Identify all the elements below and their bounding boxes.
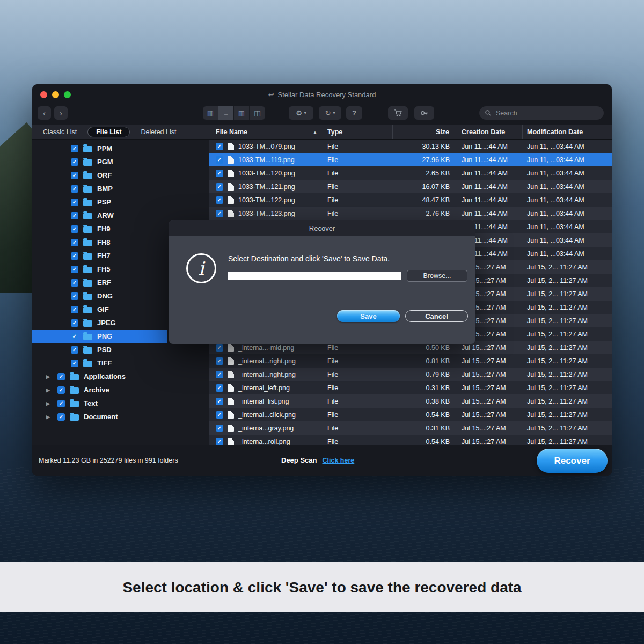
tab-file-list[interactable]: File List (87, 127, 130, 137)
buy-button[interactable] (388, 106, 408, 120)
checkbox-checked[interactable]: ✓ (216, 425, 223, 432)
chevron-right-icon[interactable]: ▶ (46, 374, 53, 379)
table-row[interactable]: ✓_internal_left.pngFile0.31 KBJul 15...:… (209, 381, 612, 394)
checkbox-checked[interactable]: ✓ (71, 346, 78, 354)
checkbox-checked[interactable]: ✓ (71, 319, 78, 327)
checkbox-checked[interactable]: ✓ (71, 185, 78, 193)
checkbox-checked[interactable]: ✓ (71, 292, 78, 300)
table-row[interactable]: ✓1033-TM...120.pngFile2.65 KBJun 11...:4… (209, 166, 612, 180)
column-header-type[interactable]: Type (323, 125, 393, 139)
sidebar-item-archive[interactable]: ▶✓Archive (32, 383, 167, 397)
recover-button[interactable]: Recover (537, 449, 608, 473)
column-header-size[interactable]: Size (393, 125, 457, 139)
table-row[interactable]: ✓_interna...roll.pngFile0.54 KBJul 15...… (209, 435, 612, 445)
search-input[interactable] (495, 109, 598, 118)
checkbox-checked[interactable]: ✓ (216, 196, 223, 204)
table-row[interactable]: ✓_internal_list.pngFile0.38 KBJul 15...:… (209, 394, 612, 408)
nav-forward-button[interactable]: › (54, 106, 68, 120)
tab-deleted-list[interactable]: Deleted List (141, 128, 176, 136)
sidebar-item-orf[interactable]: ✓ORF (32, 169, 167, 182)
sidebar-item-applications[interactable]: ▶✓Applications (32, 370, 167, 383)
chevron-right-icon[interactable]: ▶ (46, 387, 53, 393)
checkbox-checked[interactable]: ✓ (57, 386, 65, 394)
tab-classic-list[interactable]: Classic List (43, 128, 77, 136)
checkbox-checked[interactable]: ✓ (71, 212, 78, 219)
table-row[interactable]: ✓_internal...right.pngFile0.81 KBJul 15.… (209, 354, 612, 368)
checkbox-checked[interactable]: ✓ (216, 156, 223, 164)
column-header-creation-date[interactable]: Creation Date (457, 125, 523, 139)
checkbox-checked[interactable]: ✓ (71, 252, 78, 260)
deep-scan-link[interactable]: Click here (322, 457, 354, 464)
save-button[interactable]: Save (337, 310, 400, 322)
cancel-button[interactable]: Cancel (405, 310, 468, 322)
column-view-button[interactable]: ▥ (234, 106, 250, 120)
checkbox-checked[interactable]: ✓ (216, 344, 223, 352)
destination-path-input[interactable] (228, 272, 401, 280)
checkbox-checked[interactable]: ✓ (71, 225, 78, 233)
checkbox-checked[interactable]: ✓ (71, 266, 78, 273)
checkbox-checked[interactable]: ✓ (57, 400, 65, 407)
checkbox-checked[interactable]: ✓ (216, 170, 223, 177)
sidebar-item-fh9[interactable]: ✓FH9 (32, 222, 167, 236)
checkbox-checked[interactable]: ✓ (71, 172, 78, 179)
sidebar-item-pgm[interactable]: ✓PGM (32, 155, 167, 169)
close-window-button[interactable] (40, 91, 47, 98)
chevron-right-icon[interactable]: ▶ (46, 414, 53, 420)
checkbox-checked[interactable]: ✓ (216, 411, 223, 419)
checkbox-checked[interactable]: ✓ (71, 279, 78, 287)
checkbox-checked[interactable]: ✓ (71, 333, 78, 340)
checkbox-checked[interactable]: ✓ (216, 210, 223, 217)
checkbox-checked[interactable]: ✓ (71, 199, 78, 206)
checkbox-checked[interactable]: ✓ (216, 371, 223, 378)
list-view-button[interactable]: ≡ (218, 106, 234, 120)
sidebar-item-dng[interactable]: ✓DNG (32, 289, 167, 303)
table-row[interactable]: ✓_interna...gray.pngFile0.31 KBJul 15...… (209, 421, 612, 435)
sidebar-item-erf[interactable]: ✓ERF (32, 276, 167, 289)
minimize-window-button[interactable] (52, 91, 59, 98)
checkbox-checked[interactable]: ✓ (71, 239, 78, 246)
sidebar-item-text[interactable]: ▶✓Text (32, 397, 167, 410)
checkbox-checked[interactable]: ✓ (216, 384, 223, 392)
help-button[interactable]: ? (346, 106, 362, 120)
sidebar-item-ppm[interactable]: ✓PPM (32, 142, 167, 155)
column-header-file-name[interactable]: File Name ▲ (209, 125, 323, 139)
sidebar-item-document[interactable]: ▶✓Document (32, 410, 167, 423)
activation-button[interactable] (414, 106, 434, 120)
table-row[interactable]: ✓1033-TM...122.pngFile48.47 KBJun 11...:… (209, 193, 612, 207)
grid-view-button[interactable]: ▦ (203, 106, 218, 120)
checkbox-checked[interactable]: ✓ (216, 438, 223, 445)
sidebar-item-fh5[interactable]: ✓FH5 (32, 262, 167, 276)
column-header-modification-date[interactable]: Modification Date (523, 125, 612, 139)
settings-button[interactable]: ⚙ ▾ (289, 106, 313, 120)
chevron-right-icon[interactable]: ▶ (46, 401, 53, 406)
sidebar-item-psd[interactable]: ✓PSD (32, 343, 167, 356)
browse-button[interactable]: Browse... (407, 270, 467, 282)
checkbox-checked[interactable]: ✓ (71, 145, 78, 152)
checkbox-checked[interactable]: ✓ (71, 360, 78, 367)
table-row[interactable]: ✓_internal...right.pngFile0.79 KBJul 15.… (209, 368, 612, 381)
sidebar-item-bmp[interactable]: ✓BMP (32, 182, 167, 195)
coverflow-view-button[interactable]: ◫ (250, 106, 265, 120)
sidebar-item-tiff[interactable]: ✓TIFF (32, 356, 167, 370)
checkbox-checked[interactable]: ✓ (216, 183, 223, 191)
refresh-button[interactable]: ↻ ▾ (319, 106, 341, 120)
table-row[interactable]: ✓1033-TM...123.pngFile2.76 KBJun 11...:4… (209, 207, 612, 220)
checkbox-checked[interactable]: ✓ (216, 357, 223, 365)
sidebar-item-png[interactable]: ✓PNG (32, 330, 167, 343)
sidebar-item-arw[interactable]: ✓ARW (32, 209, 167, 222)
sidebar-item-psp[interactable]: ✓PSP (32, 195, 167, 209)
table-row[interactable]: ✓_internal...click.pngFile0.54 KBJul 15.… (209, 408, 612, 421)
sidebar-item-fh8[interactable]: ✓FH8 (32, 236, 167, 249)
nav-back-button[interactable]: ‹ (38, 106, 51, 120)
checkbox-checked[interactable]: ✓ (71, 158, 78, 166)
checkbox-checked[interactable]: ✓ (71, 306, 78, 313)
table-row[interactable]: ✓1033-TM...079.pngFile30.13 KBJun 11...:… (209, 140, 612, 153)
sidebar-item-jpeg[interactable]: ✓JPEG (32, 316, 167, 330)
checkbox-checked[interactable]: ✓ (216, 398, 223, 405)
table-row[interactable]: ✓1033-TM...121.pngFile16.07 KBJun 11...:… (209, 180, 612, 193)
sidebar-item-fh7[interactable]: ✓FH7 (32, 249, 167, 262)
checkbox-checked[interactable]: ✓ (57, 373, 65, 380)
zoom-window-button[interactable] (64, 91, 71, 98)
checkbox-checked[interactable]: ✓ (216, 143, 223, 150)
checkbox-checked[interactable]: ✓ (57, 413, 65, 421)
